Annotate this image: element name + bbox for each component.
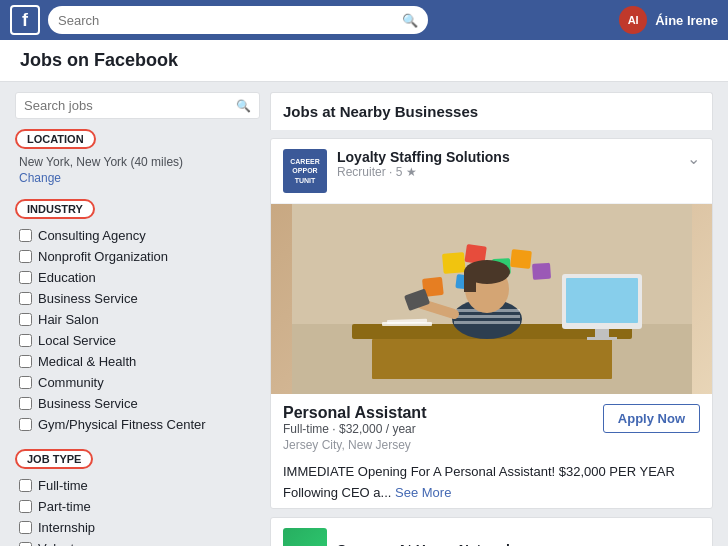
page-header: Jobs on Facebook [0, 40, 728, 82]
job-type-item-label: Volunteer [38, 541, 93, 546]
job-type-item-label: Internship [38, 520, 95, 535]
job-type-label: JOB TYPE [15, 449, 93, 469]
chevron-down-icon-2[interactable]: ⌄ [687, 541, 700, 546]
job-image-svg [292, 204, 692, 394]
industry-item-label: Medical & Health [38, 354, 136, 369]
svg-rect-18 [454, 321, 520, 324]
job-info-left: Personal Assistant Full-time · $32,000 /… [283, 404, 426, 460]
job-title-row: Personal Assistant Full-time · $32,000 /… [283, 404, 700, 460]
global-search-input[interactable] [58, 13, 396, 28]
industry-item-label: Local Service [38, 333, 116, 348]
list-item[interactable]: Consulting Agency [15, 225, 260, 246]
list-item[interactable]: Gym/Physical Fitness Center [15, 414, 260, 435]
industry-checkbox-business-service[interactable] [19, 292, 32, 305]
list-item[interactable]: Business Service [15, 393, 260, 414]
avatar: AI [619, 6, 647, 34]
industry-checkbox-gym[interactable] [19, 418, 32, 431]
job-type-internship[interactable] [19, 521, 32, 534]
job-description-preview: Following CEO a... [283, 485, 391, 500]
search-icon: 🔍 [402, 13, 418, 28]
location-label: LOCATION [15, 129, 96, 149]
job-title: Personal Assistant [283, 404, 426, 422]
industry-item-label: Consulting Agency [38, 228, 146, 243]
main-content: Jobs at Nearby Businesses CAREEROPPORTUN… [270, 92, 713, 546]
industry-checkbox-education[interactable] [19, 271, 32, 284]
industry-item-label: Business Service [38, 291, 138, 306]
top-navigation: f 🔍 AI Áine Irene [0, 0, 728, 40]
industry-item-label: Business Service [38, 396, 138, 411]
list-item[interactable]: Volunteer [15, 538, 260, 546]
list-item[interactable]: Medical & Health [15, 351, 260, 372]
svg-rect-17 [454, 315, 520, 318]
job-description: IMMEDIATE Opening For A Personal Assista… [283, 463, 700, 481]
job-description-truncated: Following CEO a... See More [283, 485, 700, 500]
industry-item-label: Education [38, 270, 96, 285]
industry-checkbox-business-service-2[interactable] [19, 397, 32, 410]
location-text: New York, New York (40 miles) [15, 155, 260, 169]
industry-checkbox-list: Consulting Agency Nonprofit Organization… [15, 225, 260, 435]
job-image [271, 204, 712, 394]
industry-checkbox-hair-salon[interactable] [19, 313, 32, 326]
svg-rect-7 [587, 337, 617, 340]
job-type-volunteer[interactable] [19, 542, 32, 546]
jobs-section-header: Jobs at Nearby Businesses [270, 92, 713, 130]
job-card-1: CAREEROPPORTUNIT Loyalty Staffing Soluti… [270, 138, 713, 509]
job-card-header: CAREEROPPORTUNIT Loyalty Staffing Soluti… [271, 139, 712, 204]
industry-checkbox-consulting[interactable] [19, 229, 32, 242]
svg-rect-12 [532, 263, 551, 280]
apply-now-button[interactable]: Apply Now [603, 404, 700, 433]
svg-rect-3 [372, 339, 612, 379]
sidebar: 🔍 LOCATION New York, New York (40 miles)… [15, 92, 260, 546]
industry-item-label: Community [38, 375, 104, 390]
job-card-2-header: SAN Success At Home Network ⌄ [271, 518, 712, 546]
page-title: Jobs on Facebook [20, 50, 178, 70]
job-type-item-label: Part-time [38, 499, 91, 514]
job-location: Jersey City, New Jersey [283, 438, 426, 452]
svg-rect-5 [566, 278, 638, 323]
location-filter: LOCATION New York, New York (40 miles) C… [15, 129, 260, 185]
list-item[interactable]: Full-time [15, 475, 260, 496]
company-info: Loyalty Staffing Solutions Recruiter · 5… [337, 149, 677, 179]
list-item[interactable]: Part-time [15, 496, 260, 517]
industry-item-label: Hair Salon [38, 312, 99, 327]
job-type-salary: Full-time · $32,000 / year [283, 422, 426, 436]
industry-checkbox-nonprofit[interactable] [19, 250, 32, 263]
list-item[interactable]: Internship [15, 517, 260, 538]
list-item[interactable]: Nonprofit Organization [15, 246, 260, 267]
job-type-checkbox-list: Full-time Part-time Internship Volunteer [15, 475, 260, 546]
facebook-logo-icon: f [10, 5, 40, 35]
industry-checkbox-medical[interactable] [19, 355, 32, 368]
list-item[interactable]: Business Service [15, 288, 260, 309]
company-meta: Recruiter · 5 ★ [337, 165, 677, 179]
global-search-bar[interactable]: 🔍 [48, 6, 428, 34]
industry-checkbox-local-service[interactable] [19, 334, 32, 347]
list-item[interactable]: Hair Salon [15, 309, 260, 330]
company-logo: CAREEROPPORTUNIT [283, 149, 327, 193]
nav-right-section: AI Áine Irene [619, 6, 718, 34]
chevron-down-icon[interactable]: ⌄ [687, 149, 700, 168]
location-change-link[interactable]: Change [15, 171, 260, 185]
industry-filter: INDUSTRY Consulting Agency Nonprofit Org… [15, 199, 260, 435]
industry-checkbox-community[interactable] [19, 376, 32, 389]
job-type-item-label: Full-time [38, 478, 88, 493]
job-type-parttime[interactable] [19, 500, 32, 513]
svg-rect-21 [464, 272, 476, 292]
industry-label: INDUSTRY [15, 199, 95, 219]
list-item[interactable]: Local Service [15, 330, 260, 351]
svg-rect-8 [442, 252, 466, 274]
company-logo-2: SAN [283, 528, 327, 546]
industry-item-label: Gym/Physical Fitness Center [38, 417, 206, 432]
company-name: Loyalty Staffing Solutions [337, 149, 677, 165]
company-name-2: Success At Home Network [337, 542, 677, 546]
jobs-search-icon: 🔍 [236, 99, 251, 113]
industry-item-label: Nonprofit Organization [38, 249, 168, 264]
company-info-2: Success At Home Network [337, 542, 677, 546]
job-type-fulltime[interactable] [19, 479, 32, 492]
jobs-search-bar[interactable]: 🔍 [15, 92, 260, 119]
job-type-filter: JOB TYPE Full-time Part-time Internship [15, 449, 260, 546]
job-card-2: SAN Success At Home Network ⌄ [270, 517, 713, 546]
list-item[interactable]: Community [15, 372, 260, 393]
list-item[interactable]: Education [15, 267, 260, 288]
jobs-search-input[interactable] [24, 98, 231, 113]
see-more-link[interactable]: See More [395, 485, 451, 500]
